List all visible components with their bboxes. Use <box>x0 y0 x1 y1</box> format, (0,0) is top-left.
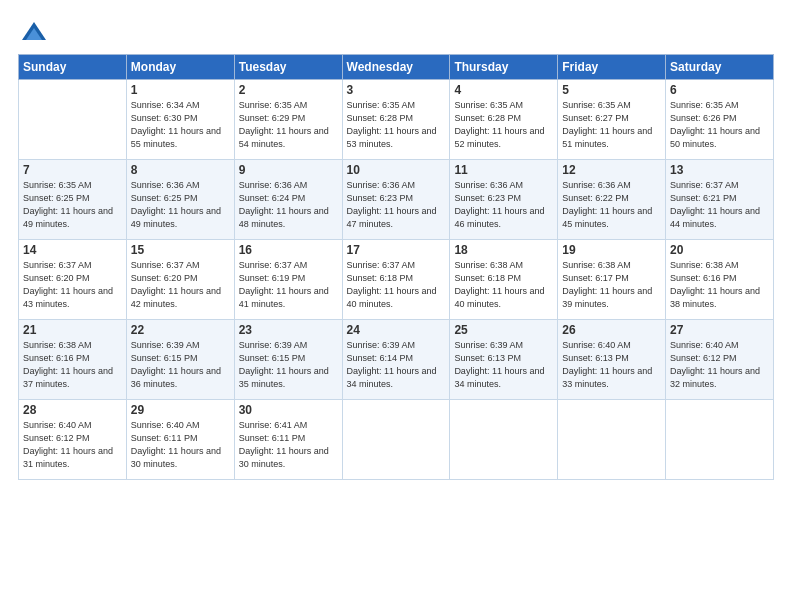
calendar-cell: 20Sunrise: 6:38 AM Sunset: 6:16 PM Dayli… <box>666 240 774 320</box>
day-number: 11 <box>454 163 553 177</box>
calendar-cell: 14Sunrise: 6:37 AM Sunset: 6:20 PM Dayli… <box>19 240 127 320</box>
day-info: Sunrise: 6:39 AM Sunset: 6:14 PM Dayligh… <box>347 339 446 391</box>
day-info: Sunrise: 6:34 AM Sunset: 6:30 PM Dayligh… <box>131 99 230 151</box>
calendar-cell: 6Sunrise: 6:35 AM Sunset: 6:26 PM Daylig… <box>666 80 774 160</box>
calendar-cell: 1Sunrise: 6:34 AM Sunset: 6:30 PM Daylig… <box>126 80 234 160</box>
calendar-cell: 29Sunrise: 6:40 AM Sunset: 6:11 PM Dayli… <box>126 400 234 480</box>
calendar-cell: 13Sunrise: 6:37 AM Sunset: 6:21 PM Dayli… <box>666 160 774 240</box>
calendar-week-row: 28Sunrise: 6:40 AM Sunset: 6:12 PM Dayli… <box>19 400 774 480</box>
day-info: Sunrise: 6:40 AM Sunset: 6:12 PM Dayligh… <box>23 419 122 471</box>
logo-icon <box>20 18 48 46</box>
calendar-cell: 7Sunrise: 6:35 AM Sunset: 6:25 PM Daylig… <box>19 160 127 240</box>
calendar-header-row: SundayMondayTuesdayWednesdayThursdayFrid… <box>19 55 774 80</box>
day-info: Sunrise: 6:35 AM Sunset: 6:29 PM Dayligh… <box>239 99 338 151</box>
calendar-cell <box>450 400 558 480</box>
day-info: Sunrise: 6:36 AM Sunset: 6:22 PM Dayligh… <box>562 179 661 231</box>
day-number: 9 <box>239 163 338 177</box>
calendar-cell: 9Sunrise: 6:36 AM Sunset: 6:24 PM Daylig… <box>234 160 342 240</box>
day-number: 3 <box>347 83 446 97</box>
day-info: Sunrise: 6:38 AM Sunset: 6:16 PM Dayligh… <box>670 259 769 311</box>
calendar-header-sunday: Sunday <box>19 55 127 80</box>
day-info: Sunrise: 6:41 AM Sunset: 6:11 PM Dayligh… <box>239 419 338 471</box>
calendar-cell <box>342 400 450 480</box>
day-number: 27 <box>670 323 769 337</box>
calendar-cell: 30Sunrise: 6:41 AM Sunset: 6:11 PM Dayli… <box>234 400 342 480</box>
day-info: Sunrise: 6:36 AM Sunset: 6:23 PM Dayligh… <box>347 179 446 231</box>
calendar-cell: 8Sunrise: 6:36 AM Sunset: 6:25 PM Daylig… <box>126 160 234 240</box>
day-number: 14 <box>23 243 122 257</box>
day-info: Sunrise: 6:36 AM Sunset: 6:24 PM Dayligh… <box>239 179 338 231</box>
day-number: 10 <box>347 163 446 177</box>
day-info: Sunrise: 6:36 AM Sunset: 6:23 PM Dayligh… <box>454 179 553 231</box>
calendar-header-saturday: Saturday <box>666 55 774 80</box>
day-info: Sunrise: 6:39 AM Sunset: 6:15 PM Dayligh… <box>239 339 338 391</box>
day-number: 15 <box>131 243 230 257</box>
calendar-header-wednesday: Wednesday <box>342 55 450 80</box>
day-number: 30 <box>239 403 338 417</box>
day-number: 28 <box>23 403 122 417</box>
calendar-cell: 16Sunrise: 6:37 AM Sunset: 6:19 PM Dayli… <box>234 240 342 320</box>
calendar-cell: 5Sunrise: 6:35 AM Sunset: 6:27 PM Daylig… <box>558 80 666 160</box>
day-info: Sunrise: 6:38 AM Sunset: 6:17 PM Dayligh… <box>562 259 661 311</box>
day-info: Sunrise: 6:37 AM Sunset: 6:20 PM Dayligh… <box>23 259 122 311</box>
day-number: 12 <box>562 163 661 177</box>
page: SundayMondayTuesdayWednesdayThursdayFrid… <box>0 0 792 612</box>
day-number: 7 <box>23 163 122 177</box>
calendar-header-friday: Friday <box>558 55 666 80</box>
day-number: 1 <box>131 83 230 97</box>
day-info: Sunrise: 6:38 AM Sunset: 6:16 PM Dayligh… <box>23 339 122 391</box>
day-number: 13 <box>670 163 769 177</box>
calendar-week-row: 21Sunrise: 6:38 AM Sunset: 6:16 PM Dayli… <box>19 320 774 400</box>
day-number: 5 <box>562 83 661 97</box>
calendar-week-row: 1Sunrise: 6:34 AM Sunset: 6:30 PM Daylig… <box>19 80 774 160</box>
day-number: 25 <box>454 323 553 337</box>
day-number: 20 <box>670 243 769 257</box>
day-info: Sunrise: 6:37 AM Sunset: 6:20 PM Dayligh… <box>131 259 230 311</box>
day-info: Sunrise: 6:35 AM Sunset: 6:28 PM Dayligh… <box>347 99 446 151</box>
calendar-header-monday: Monday <box>126 55 234 80</box>
day-info: Sunrise: 6:40 AM Sunset: 6:12 PM Dayligh… <box>670 339 769 391</box>
header <box>18 18 774 46</box>
day-number: 19 <box>562 243 661 257</box>
calendar-cell: 2Sunrise: 6:35 AM Sunset: 6:29 PM Daylig… <box>234 80 342 160</box>
day-info: Sunrise: 6:37 AM Sunset: 6:21 PM Dayligh… <box>670 179 769 231</box>
calendar-week-row: 14Sunrise: 6:37 AM Sunset: 6:20 PM Dayli… <box>19 240 774 320</box>
day-info: Sunrise: 6:35 AM Sunset: 6:25 PM Dayligh… <box>23 179 122 231</box>
calendar-cell <box>19 80 127 160</box>
calendar-cell: 17Sunrise: 6:37 AM Sunset: 6:18 PM Dayli… <box>342 240 450 320</box>
logo <box>18 18 48 46</box>
calendar-cell: 25Sunrise: 6:39 AM Sunset: 6:13 PM Dayli… <box>450 320 558 400</box>
calendar-cell: 28Sunrise: 6:40 AM Sunset: 6:12 PM Dayli… <box>19 400 127 480</box>
day-info: Sunrise: 6:40 AM Sunset: 6:13 PM Dayligh… <box>562 339 661 391</box>
calendar-cell <box>558 400 666 480</box>
day-number: 17 <box>347 243 446 257</box>
calendar-cell: 15Sunrise: 6:37 AM Sunset: 6:20 PM Dayli… <box>126 240 234 320</box>
day-info: Sunrise: 6:39 AM Sunset: 6:15 PM Dayligh… <box>131 339 230 391</box>
day-number: 6 <box>670 83 769 97</box>
day-number: 21 <box>23 323 122 337</box>
day-info: Sunrise: 6:38 AM Sunset: 6:18 PM Dayligh… <box>454 259 553 311</box>
day-number: 29 <box>131 403 230 417</box>
day-number: 8 <box>131 163 230 177</box>
day-number: 2 <box>239 83 338 97</box>
day-info: Sunrise: 6:39 AM Sunset: 6:13 PM Dayligh… <box>454 339 553 391</box>
calendar-cell: 12Sunrise: 6:36 AM Sunset: 6:22 PM Dayli… <box>558 160 666 240</box>
calendar-cell: 21Sunrise: 6:38 AM Sunset: 6:16 PM Dayli… <box>19 320 127 400</box>
calendar-cell: 11Sunrise: 6:36 AM Sunset: 6:23 PM Dayli… <box>450 160 558 240</box>
calendar-cell: 19Sunrise: 6:38 AM Sunset: 6:17 PM Dayli… <box>558 240 666 320</box>
calendar-week-row: 7Sunrise: 6:35 AM Sunset: 6:25 PM Daylig… <box>19 160 774 240</box>
day-info: Sunrise: 6:35 AM Sunset: 6:28 PM Dayligh… <box>454 99 553 151</box>
day-number: 26 <box>562 323 661 337</box>
day-info: Sunrise: 6:35 AM Sunset: 6:27 PM Dayligh… <box>562 99 661 151</box>
day-number: 4 <box>454 83 553 97</box>
day-info: Sunrise: 6:40 AM Sunset: 6:11 PM Dayligh… <box>131 419 230 471</box>
day-number: 23 <box>239 323 338 337</box>
calendar-cell: 4Sunrise: 6:35 AM Sunset: 6:28 PM Daylig… <box>450 80 558 160</box>
calendar-cell: 23Sunrise: 6:39 AM Sunset: 6:15 PM Dayli… <box>234 320 342 400</box>
calendar: SundayMondayTuesdayWednesdayThursdayFrid… <box>18 54 774 480</box>
calendar-header-thursday: Thursday <box>450 55 558 80</box>
day-info: Sunrise: 6:37 AM Sunset: 6:18 PM Dayligh… <box>347 259 446 311</box>
calendar-header-tuesday: Tuesday <box>234 55 342 80</box>
calendar-cell <box>666 400 774 480</box>
calendar-cell: 18Sunrise: 6:38 AM Sunset: 6:18 PM Dayli… <box>450 240 558 320</box>
